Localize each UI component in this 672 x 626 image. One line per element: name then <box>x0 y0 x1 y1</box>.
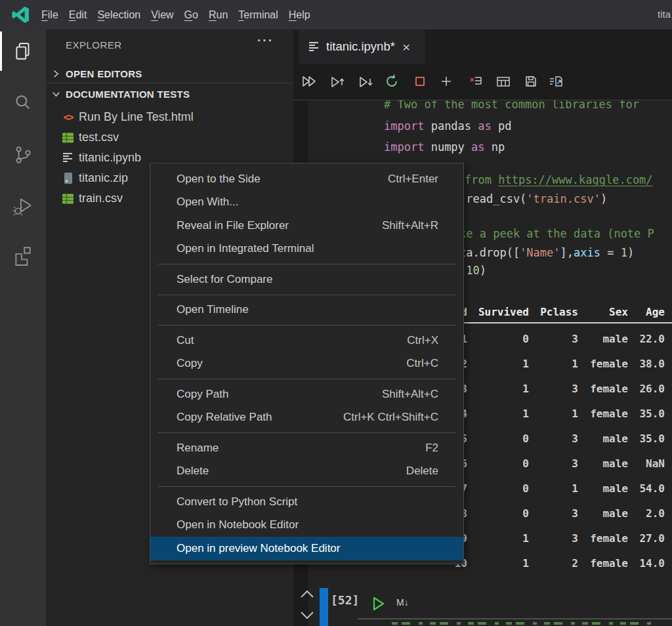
menuitem-cut[interactable]: CutCtrl+X <box>150 329 463 352</box>
code-line[interactable]: from https://www.kaggle.com/ <box>465 173 653 187</box>
menuitem-reveal-in-file-explorer[interactable]: Reveal in File ExplorerShift+Alt+R <box>150 214 463 238</box>
chevron-up-icon[interactable] <box>299 589 316 602</box>
menuitem-label: Delete <box>177 465 406 478</box>
menuitem-shortcut: Ctrl+K Ctrl+Shift+C <box>343 411 438 424</box>
table-cell: 1 <box>467 557 529 573</box>
menuitem-copy[interactable]: CopyCtrl+C <box>150 352 463 376</box>
code-line[interactable]: .read_csv('train.csv') <box>459 192 607 206</box>
menuitem-open-timeline[interactable]: Open Timeline <box>150 299 463 322</box>
menu-edit[interactable]: Edit <box>64 9 93 21</box>
open-editors-label: OPEN EDITORS <box>66 68 142 79</box>
activitybar-search[interactable] <box>0 83 46 123</box>
table-cell: 35.0 <box>628 432 665 448</box>
markdown-cell-indicator[interactable]: M↓ <box>396 597 409 608</box>
add-cell-icon[interactable] <box>438 73 455 90</box>
menu-file[interactable]: File <box>36 9 64 21</box>
menuitem-select-for-compare[interactable]: Select for Compare <box>150 268 463 291</box>
tab-titanic-ipynb[interactable]: titanic.ipynb* × <box>299 30 425 64</box>
code-line[interactable]: import pandas as pd <box>384 119 512 133</box>
menu-run[interactable]: Run <box>203 9 233 21</box>
run-and-debug-icon <box>12 195 33 216</box>
code-token: import <box>384 140 431 154</box>
table-row: 603maleNaN <box>448 457 665 473</box>
menu-separator <box>158 379 455 379</box>
menu-help[interactable]: Help <box>284 9 316 21</box>
menuitem-rename[interactable]: RenameF2 <box>150 436 463 460</box>
table-row: 803male2.0 <box>448 507 665 523</box>
csv-file-icon <box>62 193 74 205</box>
run-cell-icon[interactable] <box>371 596 386 614</box>
menu-terminal[interactable]: Terminal <box>233 9 283 21</box>
table-cell: 1 <box>529 407 578 423</box>
table-cell: 3 <box>529 333 578 348</box>
file-run-by-line-test-html[interactable]: <>Run By Line Test.html <box>46 107 293 127</box>
menuitem-open-in-preview-notebook-editor[interactable]: Open in preview Notebook Editor <box>150 537 463 560</box>
activitybar-run-and-debug[interactable] <box>0 185 46 226</box>
menuitem-delete[interactable]: DeleteDelete <box>150 460 463 484</box>
restart-kernel-icon[interactable] <box>383 73 400 90</box>
clear-outputs-icon[interactable] <box>468 73 485 90</box>
activitybar-extensions[interactable] <box>0 235 46 276</box>
menuitem-open-in-notebook-editor[interactable]: Open in Notebook Editor <box>150 514 463 537</box>
menuitem-copy-path[interactable]: Copy PathShift+Alt+C <box>150 383 463 406</box>
activitybar-source-control[interactable] <box>0 135 46 175</box>
notebook-toolbar <box>293 64 672 100</box>
code-token: numpy <box>431 140 471 154</box>
menuitem-convert-to-python-script[interactable]: Convert to Python Script <box>150 490 463 514</box>
file-test-csv[interactable]: test.csv <box>46 127 293 148</box>
menu-bar: FileEditSelectionViewGoRunTerminalHelp <box>36 0 316 30</box>
table-row: 503male35.0 <box>448 432 665 448</box>
menu-view[interactable]: View <box>146 9 178 21</box>
code-line[interactable]: import numpy as np <box>384 140 505 154</box>
menu-go[interactable]: Go <box>179 9 203 21</box>
chevron-down-icon[interactable] <box>299 610 316 623</box>
code-token: pandas <box>431 119 478 133</box>
code-token: ) <box>600 192 607 205</box>
table-cell: male <box>578 482 628 498</box>
code-token: 'Name' <box>520 246 560 259</box>
file-label: titanic.ipynb <box>79 151 141 165</box>
activitybar-explorer[interactable] <box>0 31 46 72</box>
code-line[interactable]: # Two of the most common libraries for <box>384 100 639 112</box>
menuitem-label: Open Timeline <box>177 303 438 316</box>
table-cell: 3 <box>529 432 578 448</box>
more-actions-icon[interactable]: ··· <box>257 33 274 48</box>
menuitem-label: Open With... <box>177 196 438 209</box>
table-cell: female <box>578 383 628 398</box>
menuitem-open-with-[interactable]: Open With... <box>150 191 463 215</box>
close-icon[interactable]: × <box>402 40 410 54</box>
notebook-icon-wrap <box>62 152 74 164</box>
code-line[interactable]: ta.drop(['Name'],axis = 1) <box>459 245 634 260</box>
menuitem-copy-relative-path[interactable]: Copy Relative PathCtrl+K Ctrl+Shift+C <box>150 406 463 430</box>
menuitem-open-to-the-side[interactable]: Open to the SideCtrl+Enter <box>150 167 463 191</box>
menuitem-label: Convert to Python Script <box>177 495 438 509</box>
save-icon[interactable] <box>522 73 539 90</box>
menu-selection[interactable]: Selection <box>92 9 146 21</box>
focused-cell-indicator[interactable] <box>320 588 328 626</box>
open-editors-section[interactable]: OPEN EDITORS <box>46 64 293 83</box>
interrupt-kernel-icon[interactable] <box>411 73 429 90</box>
menuitem-label: Copy <box>177 357 406 370</box>
export-icon[interactable] <box>547 73 564 90</box>
notebook-icon <box>309 41 320 52</box>
html-file-icon: <> <box>63 112 72 123</box>
vscode-window: FileEditSelectionViewGoRunTerminalHelp t… <box>0 0 672 626</box>
folder-section-header[interactable]: DOCUMENTATION TESTS <box>46 84 293 104</box>
explorer-title: EXPLORER <box>66 39 122 51</box>
code-line[interactable]: ke a peek at the data (note P <box>459 226 654 241</box>
table-row: 411female35.0 <box>448 407 665 423</box>
menuitem-label: Select for Compare <box>177 273 438 286</box>
menuitem-open-in-integrated-terminal[interactable]: Open in Integrated Terminal <box>150 238 463 261</box>
code-token: = <box>600 246 621 259</box>
run-cells-above-icon[interactable] <box>329 73 346 90</box>
code-token: ke a peek at the data (note P <box>459 227 654 240</box>
code-token: as <box>478 119 498 133</box>
table-cell: 0 <box>467 482 529 498</box>
execution-count: [52] <box>331 593 359 607</box>
variable-explorer-icon[interactable] <box>495 73 512 90</box>
run-all-icon[interactable] <box>300 73 317 90</box>
html-icon-wrap: <> <box>62 111 74 123</box>
table-cell: 1 <box>467 532 529 548</box>
run-cell-and-below-icon[interactable] <box>357 73 374 90</box>
table-cell: 3 <box>529 457 578 473</box>
